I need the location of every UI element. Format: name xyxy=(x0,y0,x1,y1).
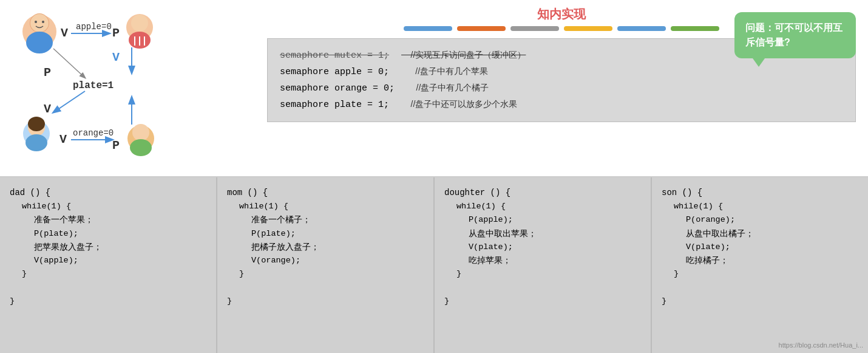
doughter-line2: 从盘中取出苹果； xyxy=(444,227,641,241)
doughter-line4: 吃掉苹果； xyxy=(444,254,641,267)
svg-point-11 xyxy=(131,15,148,32)
svg-point-5 xyxy=(42,21,44,23)
watermark: https://blog.csdn.net/Hua_i... xyxy=(779,340,863,351)
son-while: while(1) { xyxy=(662,200,858,213)
svg-line-23 xyxy=(53,91,85,112)
speech-bubble: 问题：可不可以不用互斥信号量? xyxy=(734,12,856,58)
top-section: V apple=0 P V plate=1 P V xyxy=(0,0,868,176)
semaphore-code-3: semaphore orange = 0; xyxy=(280,80,395,97)
semaphore-line-3: semaphore orange = 0; //盘子中有几个橘子 xyxy=(280,80,843,97)
svg-point-4 xyxy=(35,21,37,23)
svg-text:P: P xyxy=(44,66,51,80)
svg-text:P: P xyxy=(112,26,120,40)
svg-point-3 xyxy=(30,14,49,32)
dad-close-while: } xyxy=(10,267,206,281)
semaphore-comment-3: //盘子中有几个橘子 xyxy=(407,80,489,95)
svg-point-33 xyxy=(132,124,149,141)
svg-point-26 xyxy=(25,134,47,151)
dad-line1: 准备一个苹果； xyxy=(10,213,206,227)
semaphore-code-2: semaphore apple = 0; xyxy=(280,64,389,80)
bar-orange xyxy=(457,26,506,31)
bar-blue2 xyxy=(617,26,666,31)
code-panel-son: son () { while(1) { P(orange); 从盘中取出橘子； … xyxy=(652,177,868,353)
son-line3: V(plate); xyxy=(662,241,858,254)
svg-text:V: V xyxy=(59,132,67,146)
semaphore-code-1: semaphore mutex = 1; xyxy=(280,47,389,64)
fn-mom: mom () { xyxy=(227,186,424,200)
svg-text:orange=0: orange=0 xyxy=(73,128,114,138)
svg-text:apple=0: apple=0 xyxy=(76,22,112,32)
diagram-svg: V apple=0 P V plate=1 P V xyxy=(6,6,249,170)
code-panel-dad: dad () { while(1) { 准备一个苹果； P(plate); 把苹… xyxy=(0,177,217,353)
semaphore-comment-4: //盘子中还可以放多少个水果 xyxy=(401,97,517,112)
svg-line-21 xyxy=(53,49,85,78)
fn-doughter: doughter () { xyxy=(444,186,641,200)
svg-text:P: P xyxy=(112,139,120,153)
son-line4: 吃掉橘子； xyxy=(662,254,858,267)
dad-close-fn: } xyxy=(10,295,206,308)
fn-dad: dad () { xyxy=(10,186,206,200)
svg-text:V: V xyxy=(61,26,68,40)
bar-green xyxy=(671,26,719,31)
semaphore-code-4: semaphore plate = 1; xyxy=(280,97,389,113)
svg-text:V: V xyxy=(44,102,51,116)
code-panel-doughter: doughter () { while(1) { P(apple); 从盘中取出… xyxy=(435,177,652,353)
svg-point-27 xyxy=(28,117,45,131)
mom-close-fn: } xyxy=(227,295,424,308)
fn-son: son () { xyxy=(662,186,858,200)
mom-line1: 准备一个橘子； xyxy=(227,213,424,227)
diagram-area: V apple=0 P V plate=1 P V xyxy=(0,0,255,176)
semaphore-comment-2: //盘子中有几个苹果 xyxy=(401,64,488,79)
mom-while: while(1) { xyxy=(227,200,424,213)
son-close-while: } xyxy=(662,267,858,281)
doughter-line3: V(plate); xyxy=(444,241,641,254)
doughter-while: while(1) { xyxy=(444,200,641,213)
bar-yellow xyxy=(564,26,612,31)
svg-point-6 xyxy=(26,32,53,53)
son-close-fn: } xyxy=(662,295,858,308)
mom-line4: V(orange); xyxy=(227,254,424,267)
son-line1: P(orange); xyxy=(662,213,858,227)
son-line2: 从盘中取出橘子； xyxy=(662,227,858,241)
dad-line2: P(plate); xyxy=(10,227,206,241)
semaphore-comment-1: //实现互斥访问盘子（缓冲区） xyxy=(401,47,526,63)
semaphore-line-4: semaphore plate = 1; //盘子中还可以放多少个水果 xyxy=(280,97,843,113)
dad-line3: 把苹果放入盘子； xyxy=(10,241,206,254)
doughter-line1: P(apple); xyxy=(444,213,641,227)
code-panel-mom: mom () { while(1) { 准备一个橘子； P(plate); 把橘… xyxy=(217,177,435,353)
dad-while: while(1) { xyxy=(10,200,206,213)
bottom-section: dad () { while(1) { 准备一个苹果； P(plate); 把苹… xyxy=(0,176,868,353)
mom-line3: 把橘子放入盘子； xyxy=(227,241,424,254)
svg-text:plate=1: plate=1 xyxy=(73,80,114,91)
bar-gray xyxy=(510,26,559,31)
svg-point-34 xyxy=(130,139,152,156)
mom-line2: P(plate); xyxy=(227,227,424,241)
svg-text:V: V xyxy=(112,50,120,64)
doughter-close-fn: } xyxy=(444,295,641,308)
dad-line4: V(apple); xyxy=(10,254,206,267)
bar-blue xyxy=(404,26,452,31)
mom-close-while: } xyxy=(227,267,424,281)
doughter-close-while: } xyxy=(444,267,641,281)
